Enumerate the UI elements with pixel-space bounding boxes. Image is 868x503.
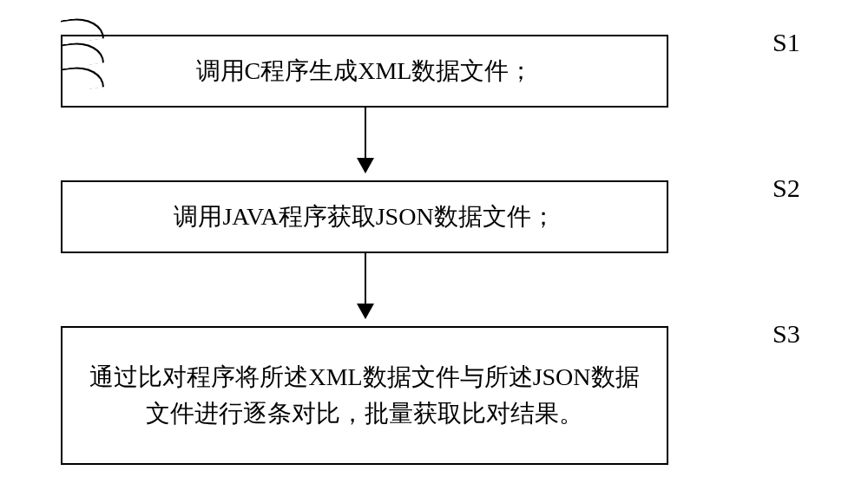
step-text-s1: 调用C程序生成XML数据文件；	[196, 53, 534, 89]
step-box-s3: 通过比对程序将所述XML数据文件与所述JSON数据文件进行逐条对比，批量获取比对…	[61, 326, 668, 465]
step-label-s3: S3	[773, 319, 800, 349]
arrow-line	[365, 253, 366, 309]
arrow-head-icon	[357, 158, 374, 173]
arrow-s1-s2	[61, 108, 668, 177]
arrow-head-icon	[357, 304, 374, 319]
step-text-s2: 调用JAVA程序获取JSON数据文件；	[174, 199, 555, 235]
step-box-s2: 调用JAVA程序获取JSON数据文件；	[61, 180, 668, 253]
step-label-s2: S2	[773, 173, 800, 203]
flowchart-diagram: 调用C程序生成XML数据文件； S1 调用JAVA程序获取JSON数据文件； S…	[61, 17, 807, 90]
arrow-line	[365, 108, 366, 163]
arrow-s2-s3	[61, 253, 668, 323]
step-label-s1: S1	[773, 28, 800, 57]
step-text-s3: 通过比对程序将所述XML数据文件与所述JSON数据文件进行逐条对比，批量获取比对…	[80, 359, 649, 432]
step-box-s1: 调用C程序生成XML数据文件；	[61, 35, 668, 108]
